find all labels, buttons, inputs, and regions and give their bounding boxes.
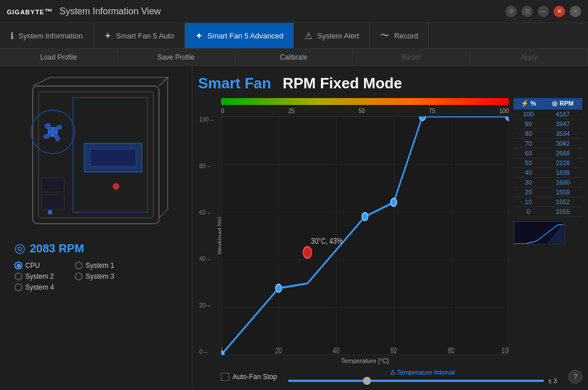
fan-option-system2[interactable]: System 2 [14,272,66,280]
x-tick-80: 80 [448,346,455,355]
table-row: 1004167 [513,110,582,119]
fan-label-cpu: CPU [25,262,40,270]
color-bar-labels: 0 25 50 75 100 [221,108,509,114]
fan-chart-svg[interactable]: 30°C, 43% 0 20 40 60 80 100 [221,116,509,355]
temp-interval-label: Δ-Temperature Interval [288,369,557,376]
data-point-1[interactable] [276,284,281,292]
pc-illustration [16,75,176,235]
title-controls: ⚙ ☰ — ✕ ✕ [505,6,581,17]
close-btn[interactable]: ✕ [554,6,565,17]
table-row: 703082 [513,139,582,149]
y-tick-60: 60 – [199,209,214,216]
data-point-5[interactable] [419,116,425,120]
rpm-cell: 3534 [543,129,582,139]
y-tick-80: 80 – [199,163,214,169]
calibrate-btn[interactable]: Calibrate [235,49,353,65]
app-logo: GIGABYTE™ [7,7,52,16]
tab-smart-fan-auto[interactable]: ✦ Smart Fan 5 Auto [94,23,185,48]
radio-system2[interactable] [14,272,22,280]
rpm-data-table: ⚡ % ◎ RPM 100416790394780353470308260266… [513,98,582,217]
minimize-btn[interactable]: — [537,6,549,17]
svg-rect-8 [90,149,136,166]
fan-option-system1[interactable]: System 1 [75,262,126,270]
label-100: 100 [499,108,509,114]
y-tick-100: 100 – [199,116,214,123]
radio-system1[interactable] [75,262,83,270]
auto-fan-stop-checkbox[interactable] [221,373,229,381]
tab-smart-fan-advanced[interactable]: ✦ Smart Fan 5 Advanced [185,23,294,48]
x-tick-40: 40 [333,346,340,355]
pct-cell: 70 [513,139,543,149]
chart-title-smart: Smart Fan [198,75,271,92]
data-point-3[interactable] [362,213,368,221]
rpm-cell: 3082 [543,139,582,149]
label-0: 0 [221,108,225,114]
fan-option-row-1: CPU System 1 [14,262,183,270]
load-profile-btn[interactable]: Load Profile [0,49,118,65]
svg-line-5 [159,209,168,218]
x-tick-20: 20 [275,346,282,355]
rpm-table: ⚡ % ◎ RPM 100416790394780353470308260266… [513,98,582,364]
svg-rect-14 [41,195,64,209]
y-tick-40: 40 – [199,256,214,262]
radio-system3[interactable] [75,272,83,280]
chart-canvas[interactable]: Workload [%] 0 – 20 – 40 – 60 – 80 – 100… [221,116,509,355]
nav-tabs: ℹ System Information ✦ Smart Fan 5 Auto … [0,23,588,49]
rpm-cell: 1559 [543,188,582,197]
list-btn[interactable]: ☰ [521,6,533,17]
help-button[interactable]: ? [568,370,582,384]
pct-cell: 90 [513,119,543,129]
table-row: 101552 [513,197,582,207]
temperature-color-bar [221,98,509,105]
col-header-pct: ⚡ % [513,98,543,110]
rpm-display: ◎ 2083 RPM [14,241,183,256]
chart-area: 0 25 50 75 100 Workload [%] 0 – 20 – 40 [198,98,582,364]
rpm-cell: 4167 [543,110,582,119]
fan-option-system4[interactable]: System 4 [14,283,66,291]
data-point-4[interactable] [390,198,396,206]
settings-btn[interactable]: ⚙ [505,6,517,17]
selected-point-label: 30°C, 43% [311,236,343,245]
reset-btn[interactable]: Reset [353,49,470,65]
tab-system-info[interactable]: ℹ System Information [0,23,94,48]
tab-system-alert-label: System Alert [317,32,359,40]
fan-option-system3[interactable]: System 3 [75,272,126,280]
svg-line-3 [159,77,168,86]
exit-btn[interactable]: ✕ [570,6,581,17]
chart-title-mode: RPM Fixed Mode [283,75,402,92]
tab-system-info-label: System Information [18,32,83,40]
tab-record[interactable]: 〜 Record [370,23,429,48]
auto-fan-stop-label: Auto-Fan Stop [233,373,277,381]
fan-option-cpu[interactable]: CPU [14,262,66,270]
radio-cpu[interactable] [14,262,22,270]
main-content: ◎ 2083 RPM CPU System 1 System 2 [0,66,588,390]
pct-cell: 0 [513,207,543,217]
rpm-cell: 1839 [543,168,582,178]
pc-svg [16,75,176,235]
app-title: System Information View [59,6,505,17]
pct-label: % [531,100,536,107]
temp-interval-slider[interactable] [288,380,543,382]
y-tick-20: 20 – [199,302,214,309]
table-row: 01555 [513,207,582,217]
radio-system4[interactable] [14,283,22,291]
fan-label-system3: System 3 [86,272,114,280]
record-icon: 〜 [380,30,389,42]
apply-btn[interactable]: Apply [470,49,588,65]
save-profile-btn[interactable]: Save Profile [118,49,235,65]
selected-data-point[interactable] [303,247,312,258]
logo-text: GIGABYTE [7,9,44,15]
pct-cell: 80 [513,129,543,139]
rpm-label: RPM [560,100,574,107]
pct-cell: 50 [513,158,543,168]
x-tick-0: 0 [221,346,223,355]
tab-smart-fan-advanced-label: Smart Fan 5 Advanced [207,32,283,40]
fan-label-system1: System 1 [86,262,114,270]
col-header-rpm: ◎ RPM [543,98,582,110]
fan-advanced-icon: ✦ [195,30,203,41]
fan-curve-preview [513,221,565,244]
fan-spin-icon: ◎ [14,241,25,256]
tab-system-alert[interactable]: ⚠ System Alert [294,23,370,48]
fan-label-system2: System 2 [25,272,54,280]
table-row: 502228 [513,158,582,168]
